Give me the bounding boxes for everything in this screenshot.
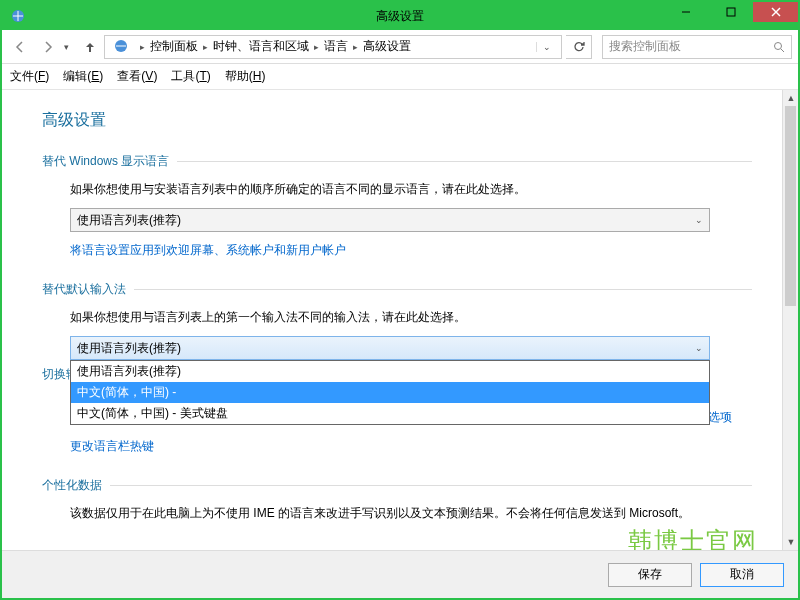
search-icon <box>773 41 785 53</box>
apply-welcome-screen-link[interactable]: 将语言设置应用到欢迎屏幕、系统帐户和新用户帐户 <box>70 242 346 259</box>
window-controls <box>663 2 798 22</box>
chevron-right-icon: ▸ <box>137 42 148 52</box>
dropdown-option[interactable]: 中文(简体，中国) - <box>71 382 709 403</box>
menu-tools[interactable]: 工具(T) <box>171 68 210 85</box>
input-method-select[interactable]: 使用语言列表(推荐) ⌄ 使用语言列表(推荐) 中文(简体，中国) - 中文(简… <box>70 336 710 383</box>
footer-buttons: 保存 取消 <box>2 550 798 598</box>
up-button[interactable] <box>80 37 100 57</box>
breadcrumb-item[interactable]: 控制面板 <box>150 38 198 55</box>
page-title: 高级设置 <box>42 110 752 131</box>
chevron-right-icon: ▸ <box>350 42 361 52</box>
dropdown-option[interactable]: 使用语言列表(推荐) <box>71 361 709 382</box>
nav-toolbar: ▾ ▸ 控制面板 ▸ 时钟、语言和区域 ▸ 语言 ▸ 高级设置 ⌄ 搜索控制面板 <box>2 30 798 64</box>
breadcrumb-item[interactable]: 语言 <box>324 38 348 55</box>
titlebar[interactable]: 高级设置 <box>2 2 798 30</box>
breadcrumb-item[interactable]: 高级设置 <box>363 38 411 55</box>
location-icon <box>113 38 131 56</box>
chevron-down-icon: ⌄ <box>695 215 703 225</box>
address-dropdown[interactable]: ⌄ <box>536 42 557 52</box>
section-description: 该数据仅用于在此电脑上为不使用 IME 的语言来改进手写识别以及文本预测结果。不… <box>70 504 752 522</box>
svg-line-7 <box>781 49 784 52</box>
section-header-input-method: 替代默认输入法 <box>42 281 752 298</box>
breadcrumb-item[interactable]: 时钟、语言和区域 <box>213 38 309 55</box>
section-description: 如果你想使用与语言列表上的第一个输入法不同的输入法，请在此处选择。 <box>70 308 752 326</box>
search-placeholder: 搜索控制面板 <box>609 38 681 55</box>
dropdown-list: 使用语言列表(推荐) 中文(简体，中国) - 中文(简体，中国) - 美式键盘 <box>70 360 710 425</box>
content-area: 高级设置 替代 Windows 显示语言 如果你想使用与安装语言列表中的顺序所确… <box>2 90 798 550</box>
search-input[interactable]: 搜索控制面板 <box>602 35 792 59</box>
select-selected[interactable]: 使用语言列表(推荐) ⌄ <box>70 336 710 360</box>
scroll-thumb[interactable] <box>785 106 796 306</box>
chevron-down-icon: ⌄ <box>695 343 703 353</box>
display-language-select[interactable]: 使用语言列表(推荐) ⌄ <box>70 208 710 232</box>
options-link[interactable]: 选项 <box>708 409 732 426</box>
menu-edit[interactable]: 编辑(E) <box>63 68 103 85</box>
refresh-button[interactable] <box>566 35 592 59</box>
svg-point-6 <box>775 42 782 49</box>
save-button[interactable]: 保存 <box>608 563 692 587</box>
section-header-display-language: 替代 Windows 显示语言 <box>42 153 752 170</box>
scroll-up-button[interactable]: ▲ <box>783 90 798 106</box>
chevron-right-icon: ▸ <box>311 42 322 52</box>
window-frame: 高级设置 ▾ ▸ 控制面板 ▸ 时钟、语言和区域 ▸ 语言 ▸ 高级设置 ⌄ <box>0 0 800 600</box>
forward-button[interactable] <box>36 35 60 59</box>
close-button[interactable] <box>753 2 798 22</box>
menu-view[interactable]: 查看(V) <box>117 68 157 85</box>
change-hotkey-link[interactable]: 更改语言栏热键 <box>70 438 154 455</box>
minimize-button[interactable] <box>663 2 708 22</box>
cancel-button[interactable]: 取消 <box>700 563 784 587</box>
maximize-button[interactable] <box>708 2 753 22</box>
window-title: 高级设置 <box>376 8 424 25</box>
select-value: 使用语言列表(推荐) <box>77 212 181 229</box>
history-dropdown[interactable]: ▾ <box>64 42 76 52</box>
scroll-down-button[interactable]: ▼ <box>783 534 798 550</box>
section-header-personalization: 个性化数据 <box>42 477 752 494</box>
address-bar[interactable]: ▸ 控制面板 ▸ 时钟、语言和区域 ▸ 语言 ▸ 高级设置 ⌄ <box>104 35 562 59</box>
svg-rect-2 <box>727 8 735 16</box>
menu-file[interactable]: 文件(F) <box>10 68 49 85</box>
section-description: 如果你想使用与安装语言列表中的顺序所确定的语言不同的显示语言，请在此处选择。 <box>70 180 752 198</box>
back-button[interactable] <box>8 35 32 59</box>
chevron-right-icon: ▸ <box>200 42 211 52</box>
menu-help[interactable]: 帮助(H) <box>225 68 266 85</box>
app-icon <box>10 8 26 24</box>
menubar: 文件(F) 编辑(E) 查看(V) 工具(T) 帮助(H) <box>2 64 798 90</box>
vertical-scrollbar[interactable]: ▲ ▼ <box>782 90 798 550</box>
dropdown-option[interactable]: 中文(简体，中国) - 美式键盘 <box>71 403 709 424</box>
